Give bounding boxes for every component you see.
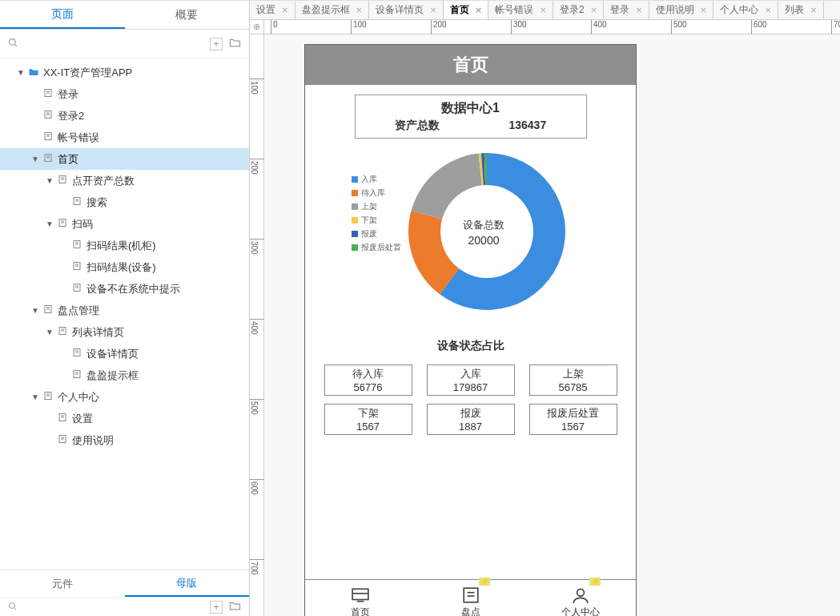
tree-item[interactable]: 搜索	[0, 191, 249, 213]
close-icon[interactable]: ×	[636, 4, 642, 16]
canvas[interactable]: 首页 数据中心1 资产总数 136437 入库待入库上架下架报废报废后处置 设备…	[264, 34, 840, 616]
document-tab[interactable]: 列表×	[778, 1, 824, 19]
tab-label: 个人中心	[720, 3, 758, 17]
chevron-icon[interactable]: ▼	[43, 176, 56, 185]
add-icon[interactable]: +	[210, 601, 223, 614]
document-tab[interactable]: 设置×	[250, 1, 295, 19]
folder-icon	[27, 67, 40, 79]
tree-label: 盘点管理	[58, 304, 99, 318]
bottom-nav: 首页 ⚡ 盘点 ⚡ 个人中心	[305, 579, 636, 616]
close-icon[interactable]: ×	[476, 4, 482, 16]
folder-icon[interactable]	[229, 38, 241, 50]
legend-label: 下架	[361, 215, 377, 226]
folder-icon[interactable]	[229, 601, 241, 613]
tab-masters[interactable]: 母版	[125, 570, 250, 597]
ruler-tick: 300	[250, 239, 264, 255]
tab-overview[interactable]: 概要	[125, 1, 250, 29]
document-tab[interactable]: 首页×	[444, 1, 489, 19]
stat-box: 待入库56776	[324, 364, 412, 396]
tree-item[interactable]: 设备不在系统中提示	[0, 278, 249, 300]
document-tabs: 设置×盘盈提示框×设备详情页×首页×帐号错误×登录2×登录×使用说明×个人中心×…	[250, 1, 840, 20]
close-icon[interactable]: ×	[282, 4, 288, 16]
legend-swatch	[352, 217, 358, 223]
document-tab[interactable]: 帐号错误×	[488, 1, 553, 19]
profile-icon	[569, 586, 592, 604]
legend-item: 下架	[352, 215, 401, 226]
tree-item[interactable]: 帐号错误	[0, 127, 249, 148]
chevron-icon[interactable]: ▼	[29, 393, 42, 401]
tree-item[interactable]: 扫码结果(设备)	[0, 256, 249, 278]
page-icon	[70, 283, 83, 295]
legend-item: 报废	[352, 228, 401, 240]
svg-line-1	[14, 44, 17, 46]
document-tab[interactable]: 使用说明×	[649, 1, 714, 19]
ruler-tick: 600	[751, 20, 767, 34]
tree-item[interactable]: ▼列表详情页	[0, 321, 249, 343]
bolt-icon: ⚡	[479, 578, 490, 586]
tree-root[interactable]: ▼ XX-IT资产管理APP	[0, 62, 249, 83]
tree-label: 个人中心	[58, 390, 99, 405]
svg-point-61	[577, 589, 585, 596]
ruler-vertical: 100200300400500600700	[250, 34, 264, 616]
close-icon[interactable]: ×	[591, 4, 597, 16]
donut-chart: 入库待入库上架下架报废报废后处置 设备总数 20000	[305, 150, 636, 334]
tab-components[interactable]: 元件	[0, 570, 125, 597]
search-icon	[8, 601, 18, 614]
search-input[interactable]	[25, 38, 203, 50]
close-icon[interactable]: ×	[701, 4, 707, 16]
tree-item[interactable]: ▼个人中心	[0, 386, 249, 408]
tree-label: 设备不在系统中提示	[86, 282, 180, 296]
tab-label: 登录2	[560, 3, 585, 17]
page-icon	[42, 304, 54, 316]
nav-home[interactable]: 首页	[305, 580, 416, 616]
stat-label: 上架	[530, 367, 617, 381]
legend-swatch	[352, 244, 358, 251]
chevron-icon[interactable]: ▼	[29, 306, 42, 315]
tree-item[interactable]: 扫码结果(机柜)	[0, 235, 249, 256]
tree-item[interactable]: 登录2	[0, 105, 249, 127]
close-icon[interactable]: ×	[430, 4, 436, 16]
chevron-icon[interactable]: ▼	[43, 328, 56, 336]
home-icon	[349, 586, 372, 604]
mockup-frame[interactable]: 首页 数据中心1 资产总数 136437 入库待入库上架下架报废报废后处置 设备…	[304, 44, 637, 616]
nav-label: 盘点	[461, 606, 480, 616]
tab-pages[interactable]: 页面	[0, 1, 125, 29]
chevron-icon[interactable]: ▼	[29, 155, 42, 163]
document-tab[interactable]: 盘盈提示框×	[295, 1, 370, 19]
tree-item[interactable]: ▼点开资产总数	[0, 170, 249, 191]
document-tab[interactable]: 登录2×	[553, 1, 604, 19]
page-icon	[42, 88, 54, 100]
tree-item[interactable]: 设置	[0, 408, 249, 429]
close-icon[interactable]: ×	[765, 4, 771, 16]
stat-value: 179867	[428, 381, 514, 393]
tab-label: 登录	[610, 3, 629, 17]
ruler-tick: 400	[591, 20, 607, 34]
tree-item[interactable]: ▼盘点管理	[0, 300, 249, 321]
ruler-origin-icon[interactable]: ⊕	[250, 20, 264, 34]
document-tab[interactable]: 个人中心×	[713, 1, 778, 19]
tree-item[interactable]: 登录	[0, 83, 249, 105]
data-center-box: 数据中心1 资产总数 136437	[355, 95, 587, 139]
tree-item[interactable]: ▼扫码	[0, 213, 249, 235]
document-tab[interactable]: 设备详情页×	[369, 1, 444, 19]
close-icon[interactable]: ×	[810, 4, 817, 16]
nav-inventory[interactable]: ⚡ 盘点	[416, 580, 526, 616]
ruler-tick: 100	[250, 79, 264, 95]
stat-value: 1887	[428, 421, 514, 433]
data-center-name: 数据中心1	[360, 100, 581, 117]
chevron-down-icon[interactable]: ▼	[14, 68, 27, 77]
tree-label: 扫码结果(机柜)	[86, 239, 156, 253]
stat-box: 报废1887	[427, 404, 515, 435]
add-page-icon[interactable]: +	[210, 38, 223, 50]
tree-item[interactable]: 使用说明	[0, 429, 249, 451]
document-tab[interactable]: 登录×	[604, 1, 649, 19]
chevron-icon[interactable]: ▼	[43, 219, 56, 228]
close-icon[interactable]: ×	[540, 4, 546, 16]
tree-item[interactable]: 盘盈提示框	[0, 364, 249, 386]
nav-profile[interactable]: ⚡ 个人中心	[525, 580, 636, 616]
tree-label: 点开资产总数	[72, 174, 135, 188]
close-icon[interactable]: ×	[356, 4, 363, 16]
tree-item[interactable]: ▼首页	[0, 148, 249, 170]
tree-item[interactable]: 设备详情页	[0, 343, 249, 364]
stat-label: 报废后处置	[530, 406, 617, 421]
